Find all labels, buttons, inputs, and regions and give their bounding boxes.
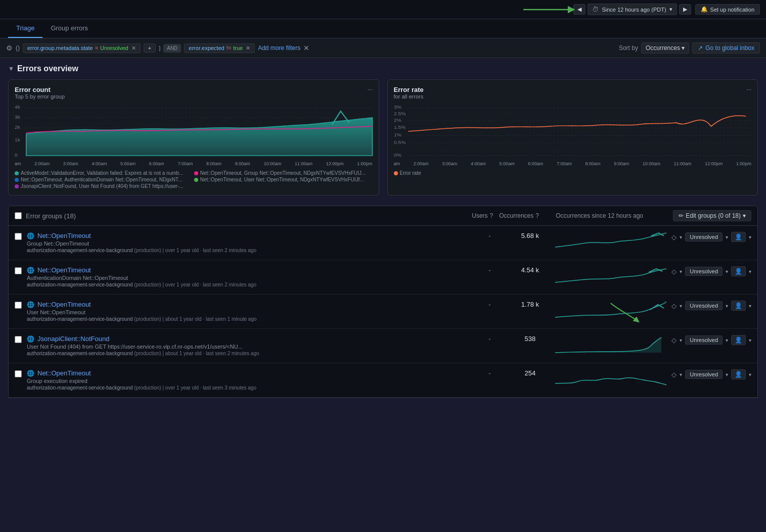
filter-key-expected: error.expected <box>189 45 224 51</box>
assign-chevron-3[interactable]: ▾ <box>749 303 751 309</box>
error-count-subtitle: Top 5 by error group <box>15 93 65 100</box>
error-link-2[interactable]: Net::OpenTimeout <box>37 266 91 274</box>
bracket-icon[interactable]: ] <box>159 45 160 51</box>
mini-chart-4 <box>555 335 666 357</box>
globe-icon-5: 🌐 <box>27 370 34 377</box>
error-info-4: 🌐 JsonapiClient::NotFound User Not Found… <box>27 335 469 356</box>
status-badge-2[interactable]: Unresolved <box>685 267 723 276</box>
select-all-checkbox[interactable] <box>15 212 22 219</box>
error-meta-5: authorization-management-service-backgro… <box>27 385 469 391</box>
tab-triage[interactable]: Triage <box>8 19 42 38</box>
groups-container: Error groups (18) Users ? Occurrences ? … <box>8 206 758 398</box>
svg-text:1.5%: 1.5% <box>394 125 406 130</box>
groups-header: Error groups (18) Users ? Occurrences ? … <box>9 206 757 226</box>
setup-notification-label: Set up notification <box>710 7 754 13</box>
chevron-status-2[interactable]: ▾ <box>680 269 682 274</box>
error-rate-panel: Error rate for all errors ··· 3% 2.5% 2%… <box>387 79 758 196</box>
status-chevron-2[interactable]: ▾ <box>726 269 728 274</box>
row-checkbox-3[interactable] <box>15 302 22 309</box>
status-badge-3[interactable]: Unresolved <box>685 301 723 310</box>
error-link-3[interactable]: Net::OpenTimeout <box>37 301 91 308</box>
error-meta-4: authorization-management-service-backgro… <box>27 351 469 356</box>
edit-groups-button[interactable]: ✏ Edit groups (0 of 18) ▾ <box>673 210 751 221</box>
assign-btn-5[interactable]: 👤 <box>731 369 746 379</box>
sort-value: Occurrences <box>646 44 680 52</box>
sort-select[interactable]: Occurrences ▾ <box>641 42 689 54</box>
bookmark-btn-2[interactable]: ◇ <box>671 268 677 275</box>
status-section-3: ◇ ▾ Unresolved ▾ 👤 ▾ <box>671 301 751 311</box>
status-badge-5[interactable]: Unresolved <box>685 370 723 379</box>
time-prev-button[interactable]: ◀ <box>573 4 585 15</box>
svg-text:3%: 3% <box>394 105 401 110</box>
status-chevron-3[interactable]: ▾ <box>726 303 728 309</box>
collapse-icon[interactable]: ▼ <box>8 65 14 72</box>
setup-notification-button[interactable]: 🔔 Set up notification <box>695 4 760 15</box>
status-chevron-5[interactable]: ▾ <box>726 372 728 377</box>
chart-menu-count[interactable]: ··· <box>367 86 372 93</box>
legend-item-2: Net::OpenTimeout, Group Net::OpenTimeout… <box>194 170 373 176</box>
globe-icon-2: 🌐 <box>27 267 34 274</box>
filter-op-expected: != <box>227 45 231 51</box>
chevron-status-3[interactable]: ▾ <box>680 303 682 309</box>
assign-btn-2[interactable]: 👤 <box>731 266 746 276</box>
row-checkbox-5[interactable] <box>15 370 22 377</box>
filter-close-expected[interactable]: ✕ <box>246 45 250 52</box>
status-chevron-4[interactable]: ▾ <box>726 337 728 343</box>
legend-dot-2 <box>194 171 198 175</box>
status-chevron-1[interactable]: ▾ <box>726 234 728 240</box>
bookmark-btn-3[interactable]: ◇ <box>671 302 677 310</box>
error-link-5[interactable]: Net::OpenTimeout <box>37 369 91 377</box>
table-row: 🌐 Net::OpenTimeout AuthenticationDomain … <box>9 260 757 295</box>
error-rate-legend: Error rate <box>394 170 752 176</box>
filter-clear-button[interactable]: ✕ <box>303 44 309 52</box>
filter-chip-expected[interactable]: error.expected != true ✕ <box>184 43 255 53</box>
assign-btn-4[interactable]: 👤 <box>731 335 746 345</box>
users-help-icon[interactable]: ? <box>490 212 493 219</box>
chart-menu-rate[interactable]: ··· <box>746 86 751 93</box>
assign-btn-1[interactable]: 👤 <box>731 232 746 242</box>
occurrences-val-5: 254 <box>510 369 550 377</box>
filter-add-button[interactable]: + <box>144 43 156 53</box>
bookmark-btn-5[interactable]: ◇ <box>671 371 677 378</box>
global-inbox-button[interactable]: ↗ Go to global inbox <box>692 42 760 54</box>
time-next-button[interactable]: ▶ <box>679 4 691 15</box>
row-checkbox-1[interactable] <box>15 233 22 240</box>
add-more-filters[interactable]: Add more filters <box>258 44 300 52</box>
filter-icon[interactable]: ⚙ <box>6 44 13 52</box>
filter-key-state: error.group.metadata.state <box>27 45 93 51</box>
svg-text:2.5%: 2.5% <box>394 111 406 116</box>
error-meta-1: authorization-management-service-backgro… <box>27 248 469 253</box>
row-checkbox-4[interactable] <box>15 336 22 343</box>
globe-icon-3: 🌐 <box>27 301 34 308</box>
edit-groups-chevron: ▾ <box>743 212 746 219</box>
row-checkbox-2[interactable] <box>15 267 22 274</box>
error-link-4[interactable]: JsonapiClient::NotFound <box>37 335 109 343</box>
bookmark-btn-4[interactable]: ◇ <box>671 336 677 344</box>
tab-group-errors[interactable]: Group errors <box>42 19 96 38</box>
chevron-status-5[interactable]: ▾ <box>680 372 682 377</box>
filter-close-state[interactable]: ✕ <box>131 45 136 52</box>
filter-chip-state[interactable]: error.group.metadata.state = Unresolved … <box>23 43 141 53</box>
users-val-3: - <box>474 301 505 308</box>
assign-chevron-5[interactable]: ▾ <box>749 372 751 377</box>
assign-btn-3[interactable]: 👤 <box>731 301 746 311</box>
bookmark-btn-1[interactable]: ◇ <box>671 233 677 241</box>
paren-open: () <box>16 44 20 52</box>
time-selector[interactable]: ⏱ Since 12 hours ago (PDT) ▾ <box>588 4 677 15</box>
assign-chevron-4[interactable]: ▾ <box>749 337 751 343</box>
status-section-1: ◇ ▾ Unresolved ▾ 👤 ▾ <box>671 232 751 242</box>
error-link-1[interactable]: Net::OpenTimeout <box>37 232 91 239</box>
assign-chevron-2[interactable]: ▾ <box>749 269 751 274</box>
status-badge-4[interactable]: Unresolved <box>685 335 723 345</box>
chevron-status-4[interactable]: ▾ <box>680 337 682 343</box>
occurrences-val-3: 1.78 k <box>510 301 550 308</box>
error-info-3: 🌐 Net::OpenTimeout User Net::OpenTimeout… <box>27 301 469 322</box>
svg-text:1%: 1% <box>394 132 401 137</box>
legend-label-3: Net::OpenTimeout, AuthenticationDomain N… <box>21 177 182 182</box>
errors-overview-header: ▼ Errors overview <box>8 64 758 73</box>
status-badge-1[interactable]: Unresolved <box>685 232 723 241</box>
assign-chevron-1[interactable]: ▾ <box>749 234 751 240</box>
legend-label-4: Net::OpenTimeout, User Net::OpenTimeout,… <box>200 177 364 182</box>
chevron-status-1[interactable]: ▾ <box>680 234 682 240</box>
occurrences-help-icon[interactable]: ? <box>535 212 539 219</box>
